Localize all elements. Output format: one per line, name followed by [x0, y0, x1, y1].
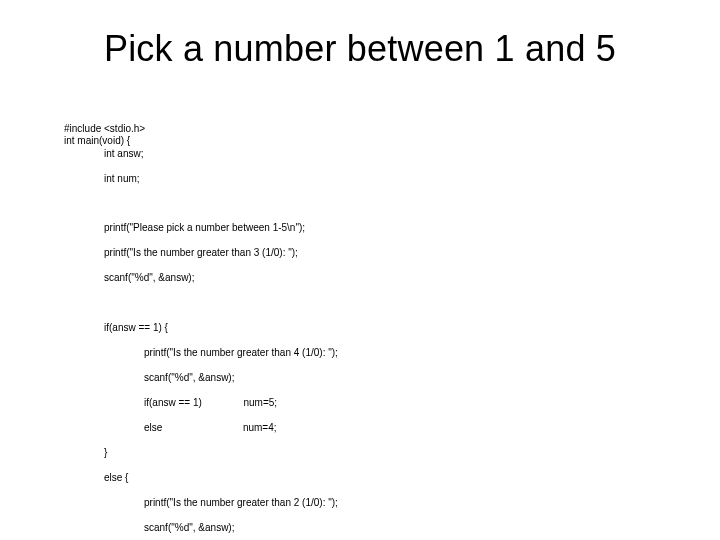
code-line: printf("Is the number greater than 2 (1/…: [64, 497, 680, 510]
code-line: int num;: [64, 173, 680, 186]
code-block: #include <stdio.h> int main(void) { int …: [64, 110, 680, 540]
code-line: if(answ == 1) num=5;: [64, 397, 680, 410]
code-line: else num=4;: [64, 422, 680, 435]
blank-line: [64, 297, 680, 309]
code-line: }: [64, 447, 680, 460]
code-line: scanf("%d", &answ);: [64, 372, 680, 385]
page-title: Pick a number between 1 and 5: [0, 28, 720, 70]
code-line: int main(void) {: [64, 135, 130, 146]
code-line: printf("Please pick a number between 1-5…: [64, 222, 680, 235]
slide: Pick a number between 1 and 5 #include <…: [0, 0, 720, 540]
code-line: scanf("%d", &answ);: [64, 272, 680, 285]
blank-line: [64, 198, 680, 210]
code-line: printf("Is the number greater than 3 (1/…: [64, 247, 680, 260]
code-line: #include <stdio.h>: [64, 123, 145, 134]
code-line: if(answ == 1) {: [64, 322, 680, 335]
code-line: scanf("%d", &answ);: [64, 522, 680, 535]
code-line: else {: [64, 472, 680, 485]
code-line: printf("Is the number greater than 4 (1/…: [64, 347, 680, 360]
code-line: int answ;: [64, 148, 680, 161]
